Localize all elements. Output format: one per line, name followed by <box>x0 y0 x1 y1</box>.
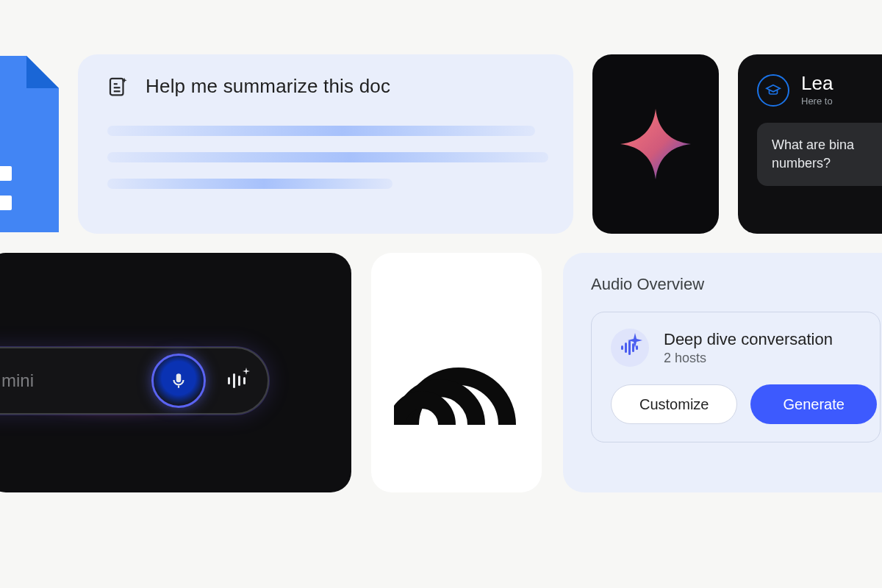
microphone-button[interactable] <box>151 354 206 408</box>
arches-logo-tile <box>371 253 542 492</box>
learn-question-bubble[interactable]: What are bina numbers? <box>757 123 882 186</box>
google-docs-icon <box>0 56 59 232</box>
placeholder-line <box>107 152 548 162</box>
deep-dive-subtitle: 2 hosts <box>664 351 833 366</box>
placeholder-line <box>107 126 535 136</box>
placeholder-line <box>107 179 392 189</box>
audio-overview-header: Audio Overview <box>591 275 881 294</box>
svg-rect-5 <box>621 345 623 350</box>
svg-rect-4 <box>178 386 179 388</box>
graduation-cap-icon <box>757 74 789 107</box>
deep-dive-panel: Deep dive conversation 2 hosts Customize… <box>591 312 881 442</box>
soundwave-sparkle-icon[interactable] <box>228 372 245 390</box>
learn-subtitle: Here to <box>801 96 833 107</box>
gemini-sparkle-icon <box>619 107 692 181</box>
learn-card[interactable]: Lea Here to What are bina numbers? <box>738 54 882 234</box>
learn-title: Lea <box>801 74 833 93</box>
summarize-prompt-card[interactable]: Help me summarize this doc <box>78 54 573 234</box>
deep-dive-title: Deep dive conversation <box>664 330 833 349</box>
customize-button[interactable]: Customize <box>611 384 737 424</box>
svg-rect-0 <box>110 78 123 95</box>
gemini-search-pill[interactable]: mini <box>0 347 269 415</box>
generate-button[interactable]: Generate <box>750 384 876 424</box>
summarize-prompt-text: Help me summarize this doc <box>146 75 390 98</box>
gemini-placeholder: mini <box>1 370 129 391</box>
gemini-voice-card: mini <box>0 253 351 492</box>
soundwave-sparkle-icon <box>611 329 649 367</box>
arches-icon <box>394 318 519 428</box>
doc-sparkle-icon <box>107 76 129 98</box>
audio-overview-card: Audio Overview Deep dive conversation 2 … <box>563 253 882 492</box>
gemini-sparkle-tile <box>592 54 719 234</box>
microphone-icon <box>169 371 188 390</box>
